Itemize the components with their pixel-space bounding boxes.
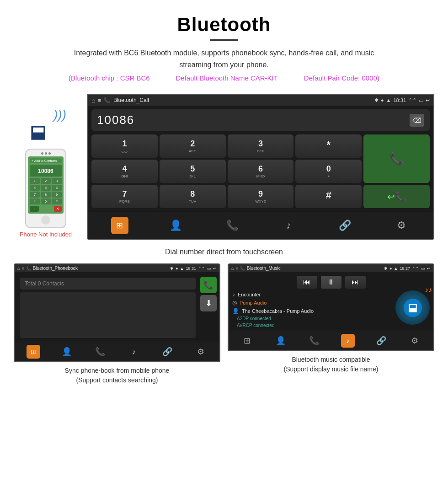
pb-app-name: Bluetooth_Phonebook: [33, 266, 168, 271]
dial-call-button[interactable]: 📞: [363, 134, 430, 183]
phone-key-6: 6: [52, 185, 62, 191]
phone-key-2: 2: [41, 178, 51, 184]
spec1: (Bluetooth chip : CSR BC6: [69, 74, 150, 82]
music-time: 18:27: [400, 266, 410, 271]
music-status-bar: ⌂ ≡ 📞 Bluetooth_Music ✱ ● ▲ 18:27 ⌃⌃ ▭ ↩: [229, 264, 433, 272]
settings-icon[interactable]: ⚙: [393, 217, 410, 234]
menu-icon: ≡: [98, 97, 101, 103]
phone-key-8: 8: [41, 192, 51, 198]
pb-call-btn[interactable]: 📞: [200, 277, 217, 293]
incall-icon[interactable]: 📞: [224, 217, 241, 234]
spec3: Default Pair Code: 0000): [304, 74, 379, 82]
pb-bt-icon: ✱: [170, 266, 174, 271]
phonebook-search[interactable]: Total 0 Contacts: [20, 278, 196, 290]
car-screen-large: ⌂ ≡ 📞 Bluetooth_Call ✱ ● ▲ 18:31 ⌃⌃ ▭ ↩ …: [87, 94, 434, 240]
track-1: ♪ Encounter: [232, 290, 392, 299]
music-notes-icon: ♪♪: [425, 286, 432, 294]
music-expand-icon: ⌃⌃: [412, 266, 419, 271]
m-keypad-icon[interactable]: ⊞: [240, 334, 254, 348]
music-signal-icon: ▲: [394, 266, 398, 271]
prev-button[interactable]: ⏮: [297, 276, 317, 289]
phone-top-bar: [28, 152, 64, 155]
window-icon: ▭: [419, 97, 423, 103]
pb-win-icon: ▭: [207, 266, 211, 271]
music-bt-icon: ✱: [384, 266, 388, 271]
dial-grid: 1 ◡◡ 2 ABC 3 DEF * 📞 4 GHI: [88, 134, 433, 212]
music-icon[interactable]: ♪: [280, 217, 298, 234]
track-2: ◎ Pump Audio: [232, 299, 392, 307]
home-icon: ⌂: [91, 97, 95, 104]
link-icon[interactable]: 🔗: [336, 217, 354, 234]
phone-end-btn: ✕: [54, 206, 62, 212]
dial-key-2[interactable]: 2 ABC: [160, 134, 226, 158]
pb-status-icons: ✱ ● ▲ 18:31 ⌃⌃ ▭ ↩: [170, 266, 217, 271]
music-item: ⌂ ≡ 📞 Bluetooth_Music ✱ ● ▲ 18:27 ⌃⌃ ▭ ↩…: [228, 263, 434, 385]
dial-key-6[interactable]: 6 MNO: [228, 160, 294, 183]
dial-key-3[interactable]: 3 DEF: [228, 134, 294, 158]
music-app-name: Bluetooth_Music: [247, 266, 382, 271]
description: Integrated with BC6 Bluetooth module, su…: [64, 47, 384, 70]
bottom-row: ⌂ ≡ 📞 Bluetooth_Phonebook ✱ ● ▲ 18:31 ⌃⌃…: [0, 263, 448, 392]
phone-key-0: 0: [41, 199, 51, 204]
phone-mockup: + Add to Contacts 10086 1 2 3 4 5 6 7 8 …: [25, 149, 66, 228]
pb-download-btn[interactable]: ⬇: [200, 295, 217, 311]
dial-key-4[interactable]: 4 GHI: [91, 160, 158, 183]
pb-music-nav-icon[interactable]: ♪: [127, 345, 141, 359]
music-menu-icon: ≡: [235, 266, 238, 271]
dial-key-hash[interactable]: #: [295, 185, 362, 208]
track-name-1: Encounter: [238, 292, 261, 297]
pb-contacts-icon[interactable]: 👤: [60, 345, 74, 359]
caption-main: Dial number direct from touchscreen: [0, 244, 448, 263]
dial-number: 10086: [97, 113, 134, 127]
m-contacts-icon[interactable]: 👤: [274, 334, 288, 348]
dial-key-7[interactable]: 7 PQRS: [91, 185, 158, 208]
pb-settings-icon[interactable]: ⚙: [194, 345, 208, 359]
phonebook-content: [20, 292, 196, 338]
m-incall-icon[interactable]: 📞: [307, 334, 321, 348]
phone-camera-dot: [41, 152, 43, 155]
music-wifi-icon: ●: [389, 266, 392, 271]
phone-bottom-btns: 📞 ✕: [30, 206, 62, 212]
search-placeholder: Total 0 Contacts: [25, 280, 64, 287]
bt-signal-icon: ))): [53, 107, 66, 122]
play-pause-button[interactable]: ⏸: [321, 276, 341, 289]
dial-key-9[interactable]: 9 WXYZ: [228, 185, 294, 208]
album-art: ⬓ ♪♪: [395, 290, 430, 325]
back-icon: ↩: [426, 97, 430, 103]
pb-link-icon[interactable]: 🔗: [160, 345, 174, 359]
pb-keypad-icon[interactable]: ⊞: [27, 345, 40, 359]
expand-icon: ⌃⌃: [408, 97, 416, 103]
pb-time: 18:31: [186, 266, 196, 271]
album-art-wrapper: ⬓ ♪♪: [395, 290, 430, 325]
track-icon-3: 👤: [232, 308, 239, 314]
dial-key-5[interactable]: 5 JKL: [160, 160, 226, 183]
m-music-icon[interactable]: ♪: [341, 334, 355, 348]
m-settings-icon[interactable]: ⚙: [408, 334, 421, 348]
m-link-icon[interactable]: 🔗: [374, 334, 388, 348]
phone-keypad: 1 2 3 4 5 6 7 8 9 * 0 #: [30, 178, 62, 204]
music-controls: ⏮ ⏸ ⏭: [229, 272, 433, 290]
dial-key-star[interactable]: *: [295, 134, 362, 158]
track-name-3: The Cheebacabra - Pump Audio: [242, 308, 314, 314]
keypad-icon[interactable]: ⊞: [111, 217, 128, 234]
dial-redial-button[interactable]: ↩📞: [363, 185, 430, 208]
pb-wifi-icon: ●: [176, 266, 178, 271]
avrcp-status: AVRCP connected: [232, 322, 392, 329]
redial-icon: ↩📞: [387, 191, 406, 202]
call-icon: 📞: [389, 152, 404, 166]
pb-signal-icon: ▲: [180, 266, 184, 271]
pb-incall-icon[interactable]: 📞: [93, 345, 107, 359]
phone-call-btn: 📞: [30, 206, 39, 212]
backspace-button[interactable]: ⌫: [410, 114, 424, 127]
contacts-icon[interactable]: 👤: [167, 217, 185, 234]
pb-phone-icon: 📞: [26, 266, 31, 271]
phonebook-screen: ⌂ ≡ 📞 Bluetooth_Phonebook ✱ ● ▲ 18:31 ⌃⌃…: [14, 263, 220, 362]
car-status-icons: ✱ ● ▲ 18:31 ⌃⌃ ▭ ↩: [374, 97, 430, 103]
pb-expand-icon: ⌃⌃: [198, 266, 205, 271]
dial-key-8[interactable]: 8 TUV: [160, 185, 226, 208]
dial-key-0[interactable]: 0 +: [295, 160, 362, 183]
main-screenshot-row: ))) ⬓ + Add to Contacts 10086 1 2 3: [0, 94, 448, 240]
dial-key-1[interactable]: 1 ◡◡: [91, 134, 158, 158]
next-button[interactable]: ⏭: [345, 276, 366, 289]
a2dp-status: A2DP connected: [232, 315, 392, 322]
